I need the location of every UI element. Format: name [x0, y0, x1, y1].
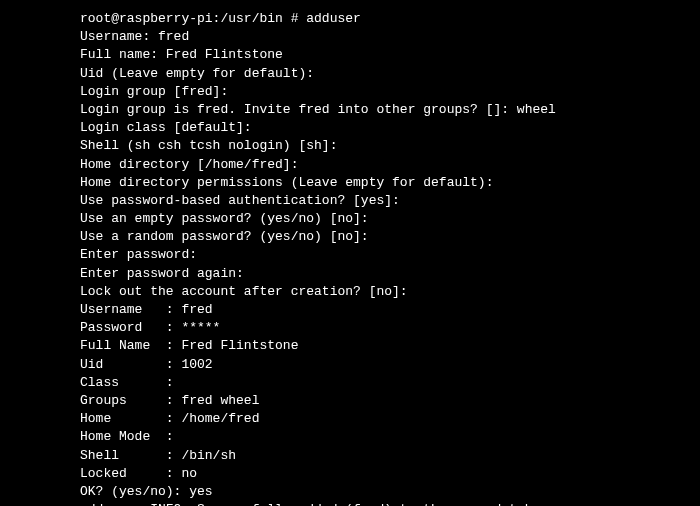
terminal-line-success-info: adduser: INFO: Successfully added (fred)… — [80, 501, 680, 506]
terminal-line-summary-home: Home : /home/fred — [80, 410, 680, 428]
terminal-line-login-group-input: Login group [fred]: — [80, 83, 680, 101]
terminal-line-home-dir-input: Home directory [/home/fred]: — [80, 156, 680, 174]
terminal-line-summary-username: Username : fred — [80, 301, 680, 319]
terminal-line-lockout-input: Lock out the account after creation? [no… — [80, 283, 680, 301]
terminal-line-shell-input: Shell (sh csh tcsh nologin) [sh]: — [80, 137, 680, 155]
terminal-line-summary-fullname: Full Name : Fred Flintstone — [80, 337, 680, 355]
terminal-line-summary-class: Class : — [80, 374, 680, 392]
terminal-line-prompt-adduser: root@raspberry-pi:/usr/bin # adduser — [80, 10, 680, 28]
terminal-line-fullname-input: Full name: Fred Flintstone — [80, 46, 680, 64]
terminal-line-summary-uid: Uid : 1002 — [80, 356, 680, 374]
terminal-line-password-auth-input: Use password-based authentication? [yes]… — [80, 192, 680, 210]
terminal-line-other-groups-input: Login group is fred. Invite fred into ot… — [80, 101, 680, 119]
terminal-line-empty-password-input: Use an empty password? (yes/no) [no]: — [80, 210, 680, 228]
terminal-line-enter-password-again: Enter password again: — [80, 265, 680, 283]
terminal-line-summary-shell: Shell : /bin/sh — [80, 447, 680, 465]
terminal-line-ok-confirm: OK? (yes/no): yes — [80, 483, 680, 501]
terminal-line-login-class-input: Login class [default]: — [80, 119, 680, 137]
terminal-line-uid-input: Uid (Leave empty for default): — [80, 65, 680, 83]
terminal-line-random-password-input: Use a random password? (yes/no) [no]: — [80, 228, 680, 246]
terminal-line-username-input: Username: fred — [80, 28, 680, 46]
terminal-line-enter-password: Enter password: — [80, 246, 680, 264]
terminal-line-summary-locked: Locked : no — [80, 465, 680, 483]
terminal-line-summary-homemode: Home Mode : — [80, 428, 680, 446]
terminal-line-summary-groups: Groups : fred wheel — [80, 392, 680, 410]
terminal-line-summary-password: Password : ***** — [80, 319, 680, 337]
terminal-line-home-perms-input: Home directory permissions (Leave empty … — [80, 174, 680, 192]
